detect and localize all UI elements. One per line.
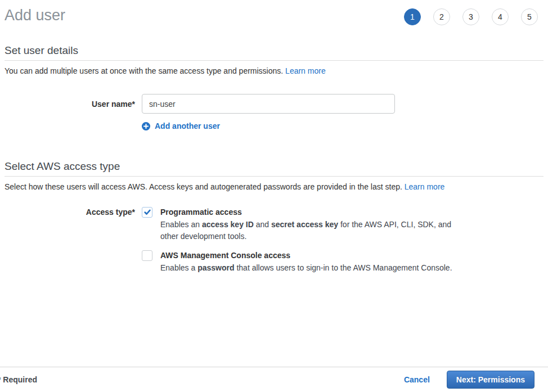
access-type-intro-text: Select how these users will access AWS. … [5, 182, 402, 191]
user-name-label: User name* [0, 94, 142, 109]
add-another-user-label: Add another user [155, 121, 220, 130]
wizard-footer: * Required Cancel Next: Permissions [0, 367, 548, 392]
step-1: 1 [404, 8, 421, 25]
page-title: Add user [5, 6, 65, 25]
console-access-checkbox[interactable] [142, 250, 152, 261]
user-name-input[interactable] [142, 94, 395, 114]
step-2: 2 [433, 8, 450, 25]
access-type-row: Access type* Programmatic access Enables… [0, 207, 548, 274]
step-5: 5 [521, 8, 538, 25]
user-name-row: User name* Add another user [0, 94, 548, 132]
console-access-description: Enables a password that allows users to … [160, 262, 452, 274]
add-another-user-button[interactable]: Add another user [142, 121, 220, 130]
plus-circle-icon [142, 122, 150, 130]
programmatic-access-title: Programmatic access [160, 207, 455, 218]
check-icon [143, 208, 151, 216]
console-access-title: AWS Management Console access [160, 250, 452, 261]
user-details-learn-more-link[interactable]: Learn more [285, 66, 326, 75]
user-details-intro-text: You can add multiple users at once with … [5, 66, 283, 75]
page-header: Add user 1 2 3 4 5 [0, 0, 548, 25]
programmatic-access-description: Enables an access key ID and secret acce… [160, 219, 455, 242]
next-permissions-button[interactable]: Next: Permissions [447, 371, 534, 389]
required-note: * Required [0, 375, 37, 384]
user-details-intro: You can add multiple users at once with … [5, 66, 543, 76]
access-type-intro: Select how these users will access AWS. … [5, 182, 543, 192]
access-type-learn-more-link[interactable]: Learn more [405, 182, 445, 191]
access-type-label: Access type* [0, 207, 142, 217]
wizard-step-indicator: 1 2 3 4 5 [404, 8, 538, 25]
programmatic-access-option: Programmatic access Enables an access ke… [142, 207, 455, 242]
step-3: 3 [462, 8, 479, 25]
step-4: 4 [492, 8, 509, 25]
cancel-button[interactable]: Cancel [404, 375, 430, 384]
programmatic-access-checkbox[interactable] [142, 207, 152, 218]
access-type-heading: Select AWS access type [5, 160, 543, 177]
user-details-heading: Set user details [5, 44, 543, 61]
console-access-option: AWS Management Console access Enables a … [142, 250, 455, 274]
